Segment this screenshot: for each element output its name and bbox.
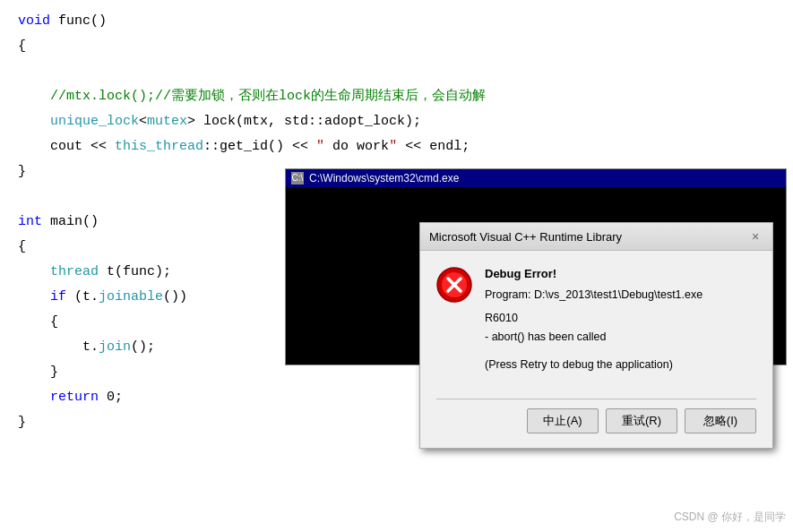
retry-button[interactable]: 重试(R) <box>606 408 677 433</box>
dialog-titlebar: Microsoft Visual C++ Runtime Library × <box>420 223 772 251</box>
dialog-error-message: - abort() has been called <box>485 329 702 346</box>
code-line: cout << this_thread::get_id() << " do wo… <box>18 134 775 159</box>
cmd-icon: C:\ <box>291 172 304 184</box>
error-dialog: Microsoft Visual C++ Runtime Library × D… <box>419 222 773 449</box>
dialog-icon-row: Debug Error! Program: D:\vs_2013\test1\D… <box>436 265 756 386</box>
code-line: { <box>18 34 775 59</box>
dialog-body: Debug Error! Program: D:\vs_2013\test1\D… <box>420 251 772 448</box>
dialog-buttons: 中止(A) 重试(R) 忽略(I) <box>436 408 756 437</box>
dialog-title: Microsoft Visual C++ Runtime Library <box>429 230 622 244</box>
code-line: unique_lock<mutex> lock(mtx, std::adopt_… <box>18 109 775 134</box>
abort-button[interactable]: 中止(A) <box>527 408 599 433</box>
dialog-program-line: Program: D:\vs_2013\test1\Debug\test1.ex… <box>485 287 702 304</box>
error-icon <box>436 267 472 303</box>
cmd-title: C:\Windows\system32\cmd.exe <box>309 172 459 184</box>
dialog-error-code: R6010 <box>485 310 702 327</box>
code-line: void func() <box>18 9 775 34</box>
cmd-titlebar: C:\ C:\Windows\system32\cmd.exe <box>286 169 786 187</box>
ignore-button[interactable]: 忽略(I) <box>685 408 756 433</box>
code-line <box>18 59 775 84</box>
dialog-error-title: Debug Error! <box>485 265 702 283</box>
dialog-press-retry: (Press Retry to debug the application) <box>485 356 702 373</box>
code-line: //mtx.lock();//需要加锁，否则在lock的生命周期结束后，会自动解 <box>18 84 775 109</box>
dialog-text-block: Debug Error! Program: D:\vs_2013\test1\D… <box>485 265 702 386</box>
dialog-divider <box>436 399 756 399</box>
dialog-close-button[interactable]: × <box>747 228 763 245</box>
